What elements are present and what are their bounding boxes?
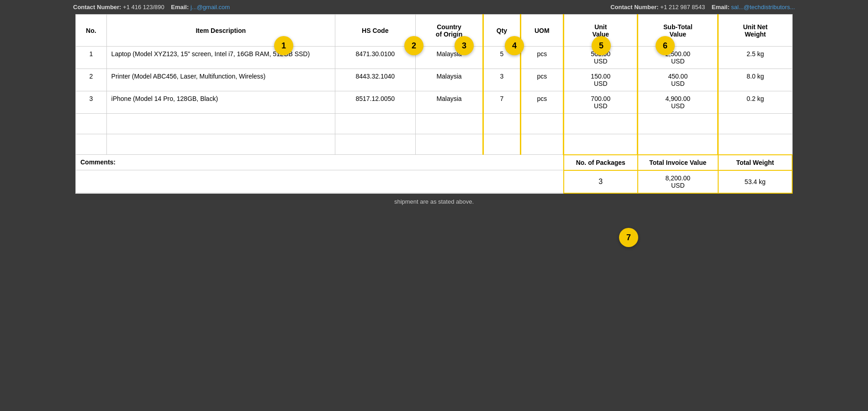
right-email-link[interactable]: sal...@techdistributors... [731, 4, 795, 11]
row2-desc: Printer (Model ABC456, Laser, Multifunct… [106, 69, 335, 91]
header-no: No. [76, 15, 107, 47]
badge-5: 5 [592, 36, 611, 55]
row2-subtotal: 450.00USD [638, 69, 718, 91]
row1-hs: 8471.30.0100 [335, 47, 415, 69]
top-bar: Contact Number: +1 416 123/890 Email: j.… [0, 0, 868, 14]
header-item-desc: Item Description [106, 15, 335, 47]
table-header-row: No. Item Description HS Code Countryof O… [76, 15, 793, 47]
badge-6: 6 [656, 36, 675, 55]
row3-no: 3 [76, 91, 107, 114]
row3-qty: 7 [483, 91, 520, 114]
left-contact: Contact Number: +1 416 123/890 Email: j.… [73, 4, 230, 11]
header-hs-code: HS Code [335, 15, 415, 47]
left-contact-value: +1 416 123/890 [123, 4, 164, 11]
row2-unit-value: 150.00USD [564, 69, 638, 91]
row3-desc: iPhone (Model 14 Pro, 128GB, Black) [106, 91, 335, 114]
right-contact-label: Contact Number: [610, 4, 658, 11]
row2-qty: 3 [483, 69, 520, 91]
left-email-label: Email: [171, 4, 189, 11]
summary-values-row: 3 8,200.00USD 53.4 kg [76, 170, 793, 193]
row1-subtotal: 2,500.00USD [638, 47, 718, 69]
row2-uom: pcs [520, 69, 564, 91]
header-uom: UOM [520, 15, 564, 47]
row3-country: Malaysia [415, 91, 483, 114]
summary-weight-value: 53.4 kg [718, 170, 792, 193]
row2-hs: 8443.32.1040 [335, 69, 415, 91]
summary-packages-label: No. of Packages [564, 155, 638, 170]
page-wrapper: Contact Number: +1 416 123/890 Email: j.… [0, 0, 868, 411]
row2-country: Malaysia [415, 69, 483, 91]
badge-7: 7 [619, 228, 638, 247]
row1-country: Malaysia [415, 47, 483, 69]
row3-hs: 8517.12.0050 [335, 91, 415, 114]
row3-uom: pcs [520, 91, 564, 114]
badge-2: 2 [404, 36, 423, 55]
row3-unit-value: 700.00USD [564, 91, 638, 114]
header-subtotal: Sub-TotalValue [638, 15, 718, 47]
header-weight: Unit NetWeight [718, 15, 792, 47]
comments-summary-row: Comments: No. of Packages Total Invoice … [76, 155, 793, 170]
row1-uom: pcs [520, 47, 564, 69]
invoice-table: No. Item Description HS Code Countryof O… [75, 14, 793, 194]
header-country: Countryof Origin [415, 15, 483, 47]
right-email-label: Email: [712, 4, 730, 11]
row2-weight: 8.0 kg [718, 69, 792, 91]
comments-continuation [76, 170, 564, 193]
row3-subtotal: 4,900.00USD [638, 91, 718, 114]
empty-row [76, 134, 793, 155]
table-row: 3 iPhone (Model 14 Pro, 128GB, Black) 85… [76, 91, 793, 114]
summary-weight-label: Total Weight [718, 155, 792, 170]
empty-row [76, 114, 793, 134]
bottom-text: shipment are as stated above. [75, 194, 793, 210]
document: 1 2 3 4 5 6 7 No. Item Description [75, 14, 793, 194]
left-contact-label: Contact Number: [73, 4, 121, 11]
table-row: 2 Printer (Model ABC456, Laser, Multifun… [76, 69, 793, 91]
right-contact: Contact Number: +1 212 987 8543 Email: s… [610, 4, 795, 11]
comments-label: Comments: [80, 158, 116, 166]
right-contact-value: +1 212 987 8543 [660, 4, 705, 11]
row2-no: 2 [76, 69, 107, 91]
left-email-link[interactable]: j...@gmail.com [191, 4, 230, 11]
badge-4: 4 [505, 36, 524, 55]
badge-3: 3 [455, 36, 474, 55]
row1-no: 1 [76, 47, 107, 69]
comments-cell: Comments: [76, 155, 564, 170]
row3-weight: 0.2 kg [718, 91, 792, 114]
row1-weight: 2.5 kg [718, 47, 792, 69]
row1-desc: Laptop (Model XYZ123, 15" screen, Intel … [106, 47, 335, 69]
badge-1: 1 [274, 36, 293, 55]
table-row: 1 Laptop (Model XYZ123, 15" screen, Inte… [76, 47, 793, 69]
summary-invoice-value: 8,200.00USD [638, 170, 718, 193]
summary-invoice-label: Total Invoice Value [638, 155, 718, 170]
summary-packages-value: 3 [564, 170, 638, 193]
